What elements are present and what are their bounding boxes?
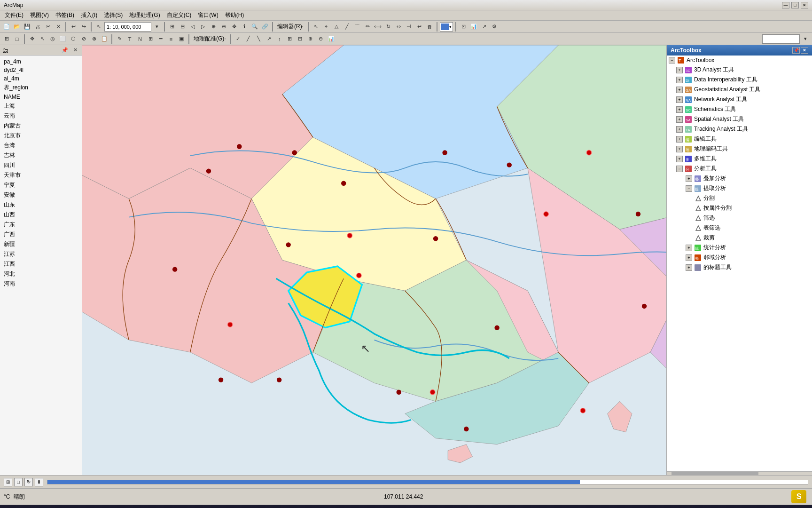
layout-view[interactable]: □ <box>12 34 22 44</box>
list-item[interactable]: 吉林 <box>2 151 80 160</box>
taskbar-app-ie[interactable]: 🌐 <box>127 506 146 508</box>
fit-btn[interactable]: ✓ <box>234 34 243 44</box>
tool-extract-expand[interactable]: − <box>686 185 692 192</box>
arc-btn[interactable]: ⌒ <box>352 22 362 32</box>
list-item[interactable]: 四川 <box>2 160 80 170</box>
tool-geostat[interactable]: + GA Geostatistical Analyst 工具 <box>667 85 812 95</box>
tool-edit-expand[interactable]: + <box>676 136 683 143</box>
find-btn[interactable]: 🔍 <box>250 22 259 32</box>
close-button[interactable]: ✕ <box>801 2 808 8</box>
tool-network[interactable]: + NA Network Analyst 工具 <box>667 95 812 104</box>
grid-btn[interactable]: ⊞ <box>146 34 155 44</box>
attr-btn[interactable]: 📋 <box>100 34 109 44</box>
measure-btn[interactable]: ⟺ <box>373 22 383 32</box>
toolbox-scrollbar[interactable] <box>667 471 812 475</box>
geo2-btn[interactable]: ╲ <box>254 34 264 44</box>
menu-insert[interactable]: 插入(I) <box>78 10 100 20</box>
tool-overlay-expand[interactable]: + <box>686 175 692 182</box>
list-item[interactable]: 宁夏 <box>2 180 80 190</box>
menu-geoprocess[interactable]: 地理处理(G) <box>126 10 163 20</box>
tool-overlay[interactable]: + 叠 叠加分析 <box>667 174 812 183</box>
tool-neighbor-expand[interactable]: + <box>686 254 692 261</box>
geo-input[interactable] <box>762 34 800 44</box>
menu-custom[interactable]: 自定义(C) <box>164 10 195 20</box>
toolbox-root[interactable]: − T ArcToolbox <box>667 56 812 65</box>
tool-stats[interactable]: + 统 统计分析 <box>667 243 812 253</box>
tool-other-expand[interactable]: + <box>686 264 692 271</box>
zoom-full[interactable]: ⊞ <box>167 22 177 32</box>
tool-stats-expand[interactable]: + <box>686 245 692 251</box>
print-btn[interactable]: 🖨 <box>33 22 42 32</box>
tool-schematics-expand[interactable]: + <box>676 106 683 113</box>
tool-3d[interactable]: + 3D 3D Analyst 工具 <box>667 65 812 75</box>
list-item[interactable]: 广西 <box>2 230 80 239</box>
list-item[interactable]: dyd2_4l <box>2 66 80 74</box>
data-view-btn[interactable]: ⊞ <box>4 478 12 486</box>
rect-btn[interactable]: ⬜ <box>58 34 68 44</box>
select2-btn[interactable]: ↖ <box>38 34 47 44</box>
line-btn[interactable]: ╱ <box>342 22 351 32</box>
list-item[interactable]: 山西 <box>2 210 80 220</box>
color-dropdown[interactable]: ▾ <box>449 24 452 29</box>
mirror-btn[interactable]: ⇔ <box>394 22 403 32</box>
taskbar-app-edge[interactable]: ⬡ <box>107 506 125 508</box>
list-item[interactable]: 内蒙古 <box>2 121 80 131</box>
tool-extract[interactable]: − 提 提取分析 <box>667 183 812 193</box>
tool-multi-expand[interactable]: + <box>676 156 683 162</box>
list-item[interactable]: 安徽 <box>2 190 80 200</box>
tool-network-expand[interactable]: + <box>676 96 683 103</box>
residual-btn[interactable]: ⊟ <box>296 34 305 44</box>
tool-analysis[interactable]: − 分 分析工具 <box>667 164 812 174</box>
scale-dropdown[interactable]: ▾ <box>152 22 162 32</box>
open-btn[interactable]: 📂 <box>12 22 22 32</box>
zoom-prev[interactable]: ◁ <box>188 22 197 32</box>
scale-input[interactable]: 1: 10, 000, 000 <box>104 22 151 32</box>
menu-help[interactable]: 帮助(H) <box>222 10 247 20</box>
pan-btn[interactable]: ✥ <box>229 22 239 32</box>
list-item[interactable]: 上海 <box>2 101 80 111</box>
report-btn[interactable]: 📊 <box>469 22 478 32</box>
transform-btn[interactable]: ↗ <box>265 34 274 44</box>
tool-table-select[interactable]: 表筛选 <box>667 223 812 233</box>
cursor-btn[interactable]: ↖ <box>311 22 320 32</box>
zoom-next[interactable]: ▷ <box>198 22 208 32</box>
toolbox-pin[interactable]: 📌 <box>792 47 800 54</box>
list-item[interactable]: 河北 <box>2 269 80 279</box>
map-canvas[interactable]: ↖ <box>82 45 666 475</box>
new-btn[interactable]: 📄 <box>2 22 11 32</box>
warp-btn[interactable]: ╱ <box>244 34 253 44</box>
list-item[interactable]: 北京市 <box>2 131 80 141</box>
color-swatch[interactable]: ▾ <box>440 22 453 32</box>
list-item[interactable]: 台湾 <box>2 141 80 151</box>
data-view[interactable]: ⊞ <box>2 34 11 44</box>
auto-btn[interactable]: ⊖ <box>316 34 326 44</box>
list-item[interactable]: 界_region <box>2 83 80 93</box>
toolbox-close[interactable]: ✕ <box>801 47 808 54</box>
node-btn[interactable]: ⌖ <box>321 22 331 32</box>
zoom-out[interactable]: ⊖ <box>219 22 228 32</box>
taskbar-app-search2[interactable]: 🔍 <box>169 506 187 508</box>
delete-btn[interactable]: ✕ <box>54 22 63 32</box>
clear-btn[interactable]: ⊗ <box>89 34 99 44</box>
tool-clip-attr[interactable]: 按属性分割 <box>667 203 812 213</box>
taskbar-app-files[interactable]: 📁 <box>65 506 84 508</box>
tool-analysis-expand[interactable]: − <box>676 166 683 172</box>
export-btn[interactable]: ↗ <box>479 22 489 32</box>
identify-btn[interactable]: ℹ <box>240 22 249 32</box>
layout-btn[interactable]: ⊡ <box>459 22 468 32</box>
pan2-btn[interactable]: ✥ <box>27 34 37 44</box>
list-item[interactable]: 河南 <box>2 279 80 289</box>
undo-btn[interactable]: ↩ <box>69 22 78 32</box>
list-item[interactable]: 广东 <box>2 220 80 230</box>
poly2-btn[interactable]: ⬡ <box>69 34 78 44</box>
tool-spatial[interactable]: + SA Spatial Analyst 工具 <box>667 114 812 124</box>
tool-geocode-expand[interactable]: + <box>676 146 683 152</box>
settings-btn[interactable]: ⚙ <box>490 22 499 32</box>
pause-btn[interactable]: ⏸ <box>35 478 43 486</box>
minimize-button[interactable]: — <box>782 2 789 8</box>
link-table-btn[interactable]: 📊 <box>327 34 336 44</box>
tool-spatial-expand[interactable]: + <box>676 116 683 123</box>
list-item[interactable]: 天津市 <box>2 170 80 180</box>
zoom-in[interactable]: ⊕ <box>209 22 218 32</box>
tool-3d-expand[interactable]: + <box>676 67 683 73</box>
